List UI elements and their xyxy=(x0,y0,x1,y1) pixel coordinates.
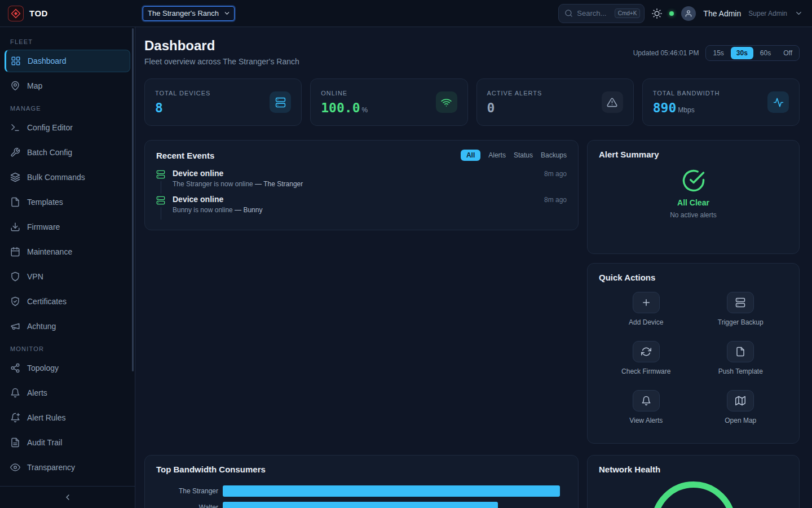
user-menu-chevron-icon[interactable] xyxy=(795,9,803,17)
refresh-interval-control: 15s 30s 60s Off xyxy=(705,45,800,61)
bar-label: The Stranger xyxy=(156,487,218,495)
alert-summary-card: Alert Summary All Clear No active alerts xyxy=(587,140,800,254)
sidebar-item-bulk-commands[interactable]: Bulk Commands xyxy=(5,166,130,189)
sidebar-item-firmware[interactable]: Firmware xyxy=(5,216,130,238)
chevron-left-icon xyxy=(63,493,72,502)
sidebar-item-config-editor[interactable]: Config Editor xyxy=(5,116,130,139)
event-time: 8m ago xyxy=(544,170,567,178)
terminal-icon xyxy=(10,122,20,133)
brand: TOD xyxy=(0,6,135,21)
sidebar-item-alerts[interactable]: Alerts xyxy=(5,382,130,404)
sidebar-item-topology[interactable]: Topology xyxy=(5,357,130,379)
bell-plus-icon xyxy=(10,413,20,423)
bar-label: Walter xyxy=(156,503,218,508)
stat-card-total-devices: TOTAL DEVICES 8 xyxy=(144,78,302,126)
sidebar-item-vpn[interactable]: VPN xyxy=(5,265,130,288)
sidebar-scrollbar[interactable] xyxy=(132,28,134,371)
topbar: TOD The Stranger's Ranch Search... Cmd+K… xyxy=(0,0,812,27)
sidebar-item-label: Firmware xyxy=(27,222,60,231)
quick-actions-title: Quick Actions xyxy=(599,273,655,282)
sidebar-item-certificates[interactable]: Certificates xyxy=(5,290,130,313)
server-icon xyxy=(727,292,754,313)
activity-icon xyxy=(767,91,789,113)
topbar-right: Search... Cmd+K The Admin Super Admin xyxy=(558,4,812,23)
bandwidth-chart: The Stranger Walter xyxy=(156,483,567,508)
filter-alerts[interactable]: Alerts xyxy=(488,151,506,159)
file-text-icon xyxy=(10,437,20,448)
event-row[interactable]: Device online 8m ago The Stranger is now… xyxy=(156,169,567,195)
page-title: Dashboard xyxy=(144,37,299,54)
search-shortcut-badge: Cmd+K xyxy=(615,8,641,18)
sidebar-item-map[interactable]: Map xyxy=(5,75,130,97)
sidebar-item-audit-trail[interactable]: Audit Trail xyxy=(5,431,130,454)
page-header: Dashboard Fleet overview across The Stra… xyxy=(144,37,800,67)
add-device-button[interactable]: Add Device xyxy=(629,292,663,326)
event-device: — Bunny xyxy=(235,206,262,214)
sidebar-item-label: Achtung xyxy=(27,322,56,331)
plus-icon xyxy=(633,292,660,313)
refresh-option-off[interactable]: Off xyxy=(778,47,798,59)
sidebar-collapse-button[interactable] xyxy=(0,486,135,508)
avatar[interactable] xyxy=(681,6,696,21)
chevron-down-icon xyxy=(223,10,231,17)
megaphone-icon xyxy=(10,321,20,331)
fleet-selector[interactable]: The Stranger's Ranch xyxy=(143,6,235,21)
open-map-button[interactable]: Open Map xyxy=(725,390,756,424)
sidebar-item-achtung[interactable]: Achtung xyxy=(5,315,130,338)
refresh-option-30s[interactable]: 30s xyxy=(731,47,753,59)
bandwidth-consumers-card: Top Bandwidth Consumers The Stranger Wal… xyxy=(144,455,579,508)
stat-suffix: % xyxy=(362,106,368,114)
sidebar-item-label: Map xyxy=(27,81,42,90)
stat-label: TOTAL BANDWIDTH xyxy=(653,90,720,97)
refresh-option-60s[interactable]: 60s xyxy=(754,47,776,59)
stat-card-total-bandwidth: TOTAL BANDWIDTH 890Mbps xyxy=(642,78,800,126)
event-filters: All Alerts Status Backups xyxy=(461,150,567,161)
network-icon xyxy=(10,363,20,373)
filter-status[interactable]: Status xyxy=(514,151,533,159)
view-alerts-button[interactable]: View Alerts xyxy=(629,390,663,424)
trigger-backup-button[interactable]: Trigger Backup xyxy=(718,292,764,326)
network-health-title: Network Health xyxy=(599,465,660,474)
alert-status: All Clear xyxy=(677,198,709,207)
check-firmware-button[interactable]: Check Firmware xyxy=(621,341,670,375)
refresh-option-15s[interactable]: 15s xyxy=(707,47,729,59)
bandwidth-chart-title: Top Bandwidth Consumers xyxy=(156,465,266,474)
search-icon xyxy=(564,9,573,17)
stat-label: TOTAL DEVICES xyxy=(155,90,210,97)
calendar-icon xyxy=(10,247,20,257)
sidebar-item-dashboard[interactable]: Dashboard xyxy=(5,50,130,72)
alert-detail: No active alerts xyxy=(670,211,717,219)
sidebar-item-label: Alert Rules xyxy=(27,413,65,422)
sidebar-item-label: Dashboard xyxy=(28,56,67,65)
search-input[interactable]: Search... Cmd+K xyxy=(558,4,645,23)
server-icon xyxy=(270,91,291,113)
user-role: Super Admin xyxy=(748,10,787,17)
sidebar-item-batch-config[interactable]: Batch Config xyxy=(5,141,130,164)
sidebar-item-maintenance[interactable]: Maintenance xyxy=(5,240,130,263)
stats-row: TOTAL DEVICES 8 ONLINE 100.0% ACTIVE ALE… xyxy=(144,78,800,126)
sidebar-item-transparency[interactable]: Transparency xyxy=(5,456,130,479)
eye-icon xyxy=(10,462,20,472)
push-template-button[interactable]: Push Template xyxy=(718,341,763,375)
bar xyxy=(223,485,560,497)
sidebar-item-label: Bulk Commands xyxy=(27,173,85,182)
event-device: — The Stranger xyxy=(255,180,303,188)
filter-backups[interactable]: Backups xyxy=(541,151,567,159)
stat-label: ACTIVE ALERTS xyxy=(487,90,542,97)
sidebar-item-label: VPN xyxy=(27,272,43,281)
event-row[interactable]: Device online 8m ago Bunny is now online… xyxy=(156,195,567,221)
theme-toggle-button[interactable] xyxy=(652,8,662,19)
filter-all[interactable]: All xyxy=(461,150,480,161)
updated-timestamp: Updated 05:46:01 PM xyxy=(633,49,699,57)
search-placeholder: Search... xyxy=(577,9,610,17)
stat-label: ONLINE xyxy=(321,90,368,97)
server-icon xyxy=(156,170,165,179)
sidebar-item-templates[interactable]: Templates xyxy=(5,191,130,213)
sidebar-item-label: Config Editor xyxy=(27,123,73,132)
stat-card-active-alerts: ACTIVE ALERTS 0 xyxy=(476,78,634,126)
app-name: TOD xyxy=(29,8,48,18)
stat-card-online: ONLINE 100.0% xyxy=(310,78,467,126)
event-title: Device online xyxy=(173,169,223,178)
sidebar-item-alert-rules[interactable]: Alert Rules xyxy=(5,406,130,429)
sidebar-section-monitor: MONITOR xyxy=(5,345,130,352)
